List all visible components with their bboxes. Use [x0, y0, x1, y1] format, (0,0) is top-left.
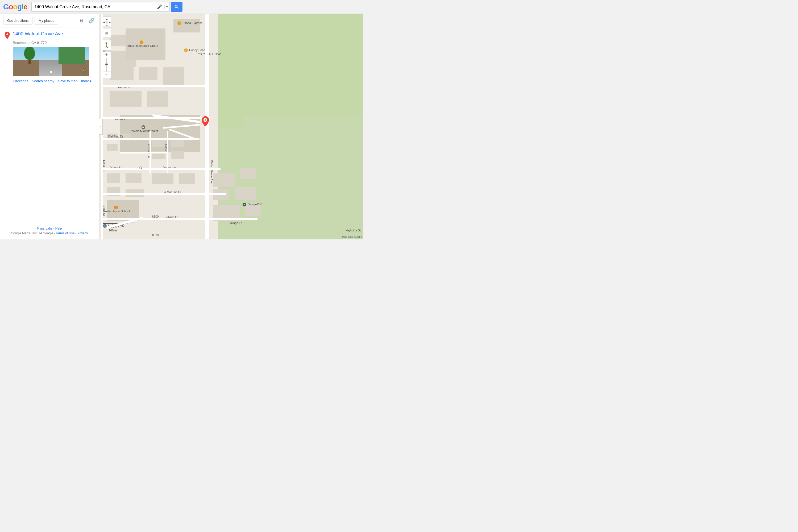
right-build-6 [245, 203, 261, 216]
privacy-link[interactable]: Privacy [77, 231, 88, 235]
pan-up-button[interactable]: ▲ [106, 18, 108, 20]
street-view-canvas: 🚶 [13, 48, 89, 76]
res-8 [171, 151, 184, 159]
collapse-handle[interactable]: ‹ [99, 119, 103, 135]
search-icon [174, 4, 179, 10]
pan-center [106, 21, 108, 24]
map-pin: A [202, 116, 209, 127]
directions-link[interactable]: Directions [13, 79, 28, 83]
get-directions-button[interactable]: Get directions [3, 17, 33, 24]
main: Get directions My places 🖨 🔗 A 1400 Waln… [0, 14, 363, 240]
zoom-bar-area[interactable] [102, 58, 111, 72]
my-places-button[interactable]: My places [35, 17, 58, 24]
sidebar: Get directions My places 🖨 🔗 A 1400 Waln… [0, 14, 99, 240]
zoom-bar [106, 58, 107, 72]
zoom-out-button[interactable]: − [102, 72, 111, 78]
print-button[interactable]: 🖨 [78, 17, 85, 24]
right-greenery [58, 48, 85, 64]
save-to-map-link[interactable]: Save to map [58, 79, 77, 83]
place-address: Rosemead, CA 91770 [13, 41, 94, 45]
place-marker-icon: A [4, 32, 10, 39]
park-area-top [218, 14, 363, 127]
google-logo: Google [3, 3, 27, 11]
pan-right-button[interactable]: ► [109, 21, 111, 24]
res-3 [107, 144, 118, 151]
tree-left [24, 48, 35, 64]
street-view-person-icon: 🚶 [80, 67, 87, 74]
search-button[interactable] [171, 2, 183, 12]
svg-text:A: A [6, 33, 8, 36]
header: Google 🎤 ▾ [0, 0, 363, 14]
search-nearby-link[interactable]: Search nearby [32, 79, 55, 83]
building-mid-4 [110, 91, 141, 107]
building-mid-5 [147, 91, 168, 107]
yarrow-st-road [101, 85, 205, 87]
right-build-1 [213, 173, 234, 187]
lower-1 [107, 173, 120, 183]
panda-restaurant-block [126, 28, 166, 60]
building-mid-2 [139, 67, 157, 80]
svg-text:A: A [204, 119, 206, 121]
lower-3 [152, 173, 173, 184]
e-village-ln-road [101, 218, 258, 220]
la-madrina-dr-road [101, 193, 226, 195]
footer-line1: Maps Labs - Help [4, 227, 94, 230]
place-info: A 1400 Walnut Grove Ave Rosemead, CA 917… [0, 27, 99, 89]
scale-m-label: 100 m [101, 229, 124, 232]
search-input[interactable] [32, 4, 155, 9]
building-mid-3 [163, 67, 184, 86]
right-build-4 [234, 187, 256, 200]
maps-labs-link[interactable]: Maps Labs [37, 227, 52, 230]
map-canvas[interactable]: Walnut Grove Ave Walnut Grove Ave Delta … [99, 14, 363, 240]
building-mid-1 [110, 67, 134, 80]
more-link[interactable]: more▾ [81, 79, 92, 83]
lower-2 [126, 173, 141, 183]
dropdown-icon[interactable]: ▾ [165, 5, 169, 9]
lower-4 [179, 173, 195, 184]
pan-down-button[interactable]: ▼ [106, 24, 108, 27]
place-marker-row: A 1400 Walnut Grove Ave [4, 31, 94, 39]
zoom-handle[interactable] [105, 63, 108, 65]
street-view-thumbnail[interactable]: 🚶 [13, 48, 89, 76]
link-button[interactable]: 🔗 [88, 17, 95, 24]
drayer-ln-road [101, 168, 221, 170]
drayer-ln-marker [139, 167, 142, 169]
place-name[interactable]: 1400 Walnut Grove Ave [13, 31, 63, 37]
building-1 [110, 35, 126, 46]
sarah-st-road [101, 117, 210, 119]
footer-line2: Google Maps · ©2014 Google · Terms of Us… [4, 231, 94, 235]
toolbar-icons: 🖨 🔗 [78, 17, 95, 24]
road-dash [50, 71, 52, 73]
sidebar-toolbar: Get directions My places 🖨 🔗 [0, 14, 99, 27]
panda-express-block [173, 19, 200, 33]
place-name-container: 1400 Walnut Grove Ave [13, 31, 63, 37]
zoom-in-button[interactable]: + [102, 52, 111, 58]
place-actions: Directions Search nearby Save to map mor… [13, 79, 94, 83]
right-build-2 [240, 168, 256, 179]
map-area[interactable]: Walnut Grove Ave Walnut Grove Ave Delta … [99, 14, 363, 240]
search-bar: 🎤 ▾ [32, 2, 170, 12]
park-area-bottom-right [244, 115, 363, 240]
map-attribution: Map data ©2014 [342, 235, 362, 238]
small-road-1 [120, 152, 168, 153]
mic-icon[interactable]: 🎤 [155, 4, 165, 9]
map-pin-svg: A [202, 116, 209, 126]
sidebar-footer: Maps Labs - Help Google Maps · ©2014 Goo… [0, 222, 99, 240]
help-link[interactable]: Help [55, 227, 62, 230]
terms-link[interactable]: Terms of Use [56, 231, 75, 235]
